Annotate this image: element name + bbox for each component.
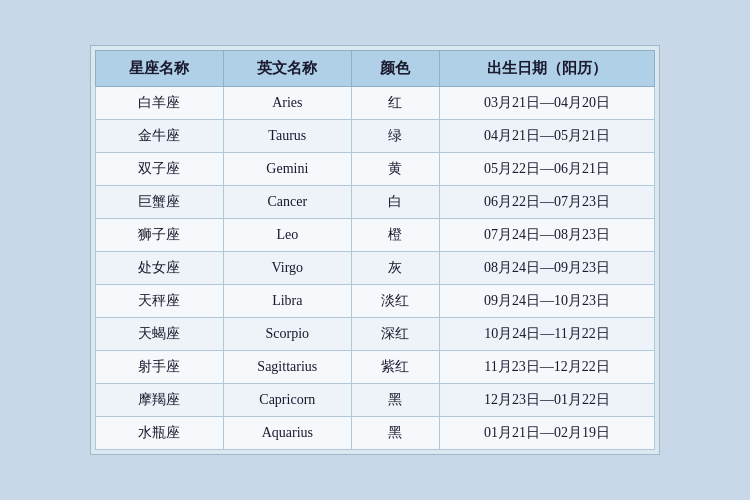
cell-english: Libra — [223, 285, 351, 318]
table-row: 金牛座Taurus绿04月21日—05月21日 — [96, 120, 655, 153]
cell-english: Sagittarius — [223, 351, 351, 384]
table-row: 射手座Sagittarius紫红11月23日—12月22日 — [96, 351, 655, 384]
cell-chinese: 摩羯座 — [96, 384, 224, 417]
cell-color: 白 — [351, 186, 439, 219]
zodiac-table-wrapper: 星座名称 英文名称 颜色 出生日期（阳历） 白羊座Aries红03月21日—04… — [90, 45, 660, 455]
cell-chinese: 天蝎座 — [96, 318, 224, 351]
header-dates: 出生日期（阳历） — [440, 51, 655, 87]
cell-dates: 04月21日—05月21日 — [440, 120, 655, 153]
cell-chinese: 白羊座 — [96, 87, 224, 120]
cell-english: Taurus — [223, 120, 351, 153]
table-row: 天秤座Libra淡红09月24日—10月23日 — [96, 285, 655, 318]
table-row: 处女座Virgo灰08月24日—09月23日 — [96, 252, 655, 285]
table-row: 水瓶座Aquarius黑01月21日—02月19日 — [96, 417, 655, 450]
cell-dates: 06月22日—07月23日 — [440, 186, 655, 219]
cell-english: Aquarius — [223, 417, 351, 450]
cell-dates: 03月21日—04月20日 — [440, 87, 655, 120]
cell-english: Gemini — [223, 153, 351, 186]
header-english-name: 英文名称 — [223, 51, 351, 87]
table-row: 摩羯座Capricorn黑12月23日—01月22日 — [96, 384, 655, 417]
cell-english: Virgo — [223, 252, 351, 285]
cell-dates: 01月21日—02月19日 — [440, 417, 655, 450]
cell-color: 红 — [351, 87, 439, 120]
cell-color: 深红 — [351, 318, 439, 351]
cell-english: Cancer — [223, 186, 351, 219]
header-color: 颜色 — [351, 51, 439, 87]
header-chinese-name: 星座名称 — [96, 51, 224, 87]
cell-english: Aries — [223, 87, 351, 120]
cell-chinese: 射手座 — [96, 351, 224, 384]
table-row: 巨蟹座Cancer白06月22日—07月23日 — [96, 186, 655, 219]
table-row: 白羊座Aries红03月21日—04月20日 — [96, 87, 655, 120]
table-row: 天蝎座Scorpio深红10月24日—11月22日 — [96, 318, 655, 351]
cell-dates: 11月23日—12月22日 — [440, 351, 655, 384]
cell-dates: 12月23日—01月22日 — [440, 384, 655, 417]
table-body: 白羊座Aries红03月21日—04月20日金牛座Taurus绿04月21日—0… — [96, 87, 655, 450]
header-row: 星座名称 英文名称 颜色 出生日期（阳历） — [96, 51, 655, 87]
table-row: 双子座Gemini黄05月22日—06月21日 — [96, 153, 655, 186]
cell-chinese: 巨蟹座 — [96, 186, 224, 219]
cell-color: 绿 — [351, 120, 439, 153]
table-header: 星座名称 英文名称 颜色 出生日期（阳历） — [96, 51, 655, 87]
cell-dates: 07月24日—08月23日 — [440, 219, 655, 252]
cell-color: 橙 — [351, 219, 439, 252]
cell-english: Capricorn — [223, 384, 351, 417]
cell-chinese: 天秤座 — [96, 285, 224, 318]
cell-dates: 08月24日—09月23日 — [440, 252, 655, 285]
cell-color: 黑 — [351, 417, 439, 450]
cell-dates: 09月24日—10月23日 — [440, 285, 655, 318]
table-row: 狮子座Leo橙07月24日—08月23日 — [96, 219, 655, 252]
cell-dates: 10月24日—11月22日 — [440, 318, 655, 351]
cell-english: Scorpio — [223, 318, 351, 351]
cell-color: 紫红 — [351, 351, 439, 384]
cell-chinese: 金牛座 — [96, 120, 224, 153]
cell-chinese: 双子座 — [96, 153, 224, 186]
cell-dates: 05月22日—06月21日 — [440, 153, 655, 186]
zodiac-table: 星座名称 英文名称 颜色 出生日期（阳历） 白羊座Aries红03月21日—04… — [95, 50, 655, 450]
cell-chinese: 水瓶座 — [96, 417, 224, 450]
cell-color: 灰 — [351, 252, 439, 285]
cell-english: Leo — [223, 219, 351, 252]
cell-chinese: 狮子座 — [96, 219, 224, 252]
cell-color: 淡红 — [351, 285, 439, 318]
cell-color: 黑 — [351, 384, 439, 417]
cell-color: 黄 — [351, 153, 439, 186]
cell-chinese: 处女座 — [96, 252, 224, 285]
